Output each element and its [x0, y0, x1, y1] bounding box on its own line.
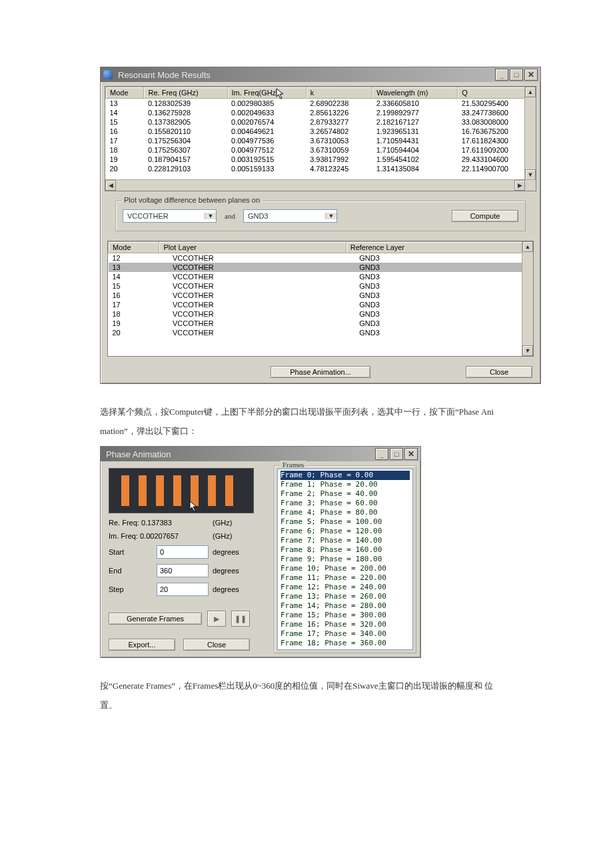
table-cell: 2.182167127: [372, 117, 458, 127]
col-header[interactable]: Im. Freq(GHz): [227, 87, 306, 99]
titlebar: Phase Animation _ □ ✕: [101, 447, 420, 461]
col-header[interactable]: Re. Freq (GHz): [144, 87, 227, 99]
frame-item[interactable]: Frame 10; Phase = 200.00: [281, 564, 410, 573]
step-label: Step: [109, 585, 157, 593]
export-button[interactable]: Export...: [109, 639, 175, 651]
frame-item[interactable]: Frame 16; Phase = 320.00: [281, 620, 410, 629]
table-row[interactable]: 19VCCOTHERGND3: [109, 319, 533, 328]
step-input[interactable]: [157, 583, 209, 596]
frame-item[interactable]: Frame 7; Phase = 140.00: [281, 536, 410, 545]
frame-item[interactable]: Frame 5; Phase = 100.00: [281, 517, 410, 527]
degrees-unit: degrees: [213, 585, 239, 593]
doc-paragraph-2a: 按“Generate Frames”，在Frames栏出现从0~360度的相位值…: [100, 678, 513, 695]
table-row[interactable]: 140.1362759280.0020496332.856132262.1998…: [106, 108, 536, 117]
doc-paragraph-2b: 置。: [100, 697, 513, 714]
plane1-select[interactable]: VCCOTHER ▼: [123, 209, 217, 223]
scroll-up-icon[interactable]: ▲: [522, 241, 533, 252]
table-row[interactable]: 20VCCOTHERGND3: [109, 328, 533, 337]
play-button[interactable]: ▶: [207, 611, 226, 627]
col-header[interactable]: Mode: [106, 87, 144, 99]
table-row[interactable]: 12VCCOTHERGND3: [109, 253, 533, 263]
table-row[interactable]: 16VCCOTHERGND3: [109, 291, 533, 300]
frame-item[interactable]: Frame 0; Phase = 0.00: [281, 471, 410, 480]
scroll-left-icon[interactable]: ◀: [105, 180, 116, 191]
frame-item[interactable]: Frame 3; Phase = 60.00: [281, 499, 410, 508]
maximize-button[interactable]: □: [390, 448, 403, 460]
table-row[interactable]: 15VCCOTHERGND3: [109, 281, 533, 291]
frame-item[interactable]: Frame 8; Phase = 160.00: [281, 545, 410, 555]
close-button[interactable]: Close: [466, 366, 532, 378]
frame-item[interactable]: Frame 13; Phase = 260.00: [281, 592, 410, 601]
frame-item[interactable]: Frame 4; Phase = 80.00: [281, 508, 410, 517]
table-row[interactable]: 17VCCOTHERGND3: [109, 300, 533, 309]
scroll-up-icon[interactable]: ▲: [525, 87, 536, 97]
close-button[interactable]: ✕: [404, 448, 418, 460]
table-cell: 0.002076574: [227, 117, 306, 127]
frame-item[interactable]: Frame 1; Phase = 20.00: [281, 480, 410, 489]
col-header[interactable]: Mode: [109, 242, 159, 253]
frame-item[interactable]: Frame 6; Phase = 120.00: [281, 527, 410, 536]
frame-item[interactable]: Frame 14; Phase = 280.00: [281, 601, 410, 611]
titlebar: Resonant Mode Results _ □ ✕: [101, 67, 540, 82]
frame-item[interactable]: Frame 11; Phase = 220.00: [281, 573, 410, 583]
frames-label: Frames: [280, 461, 306, 469]
frame-item[interactable]: Frame 15; Phase = 300.00: [281, 611, 410, 620]
layer-vscroll[interactable]: ▲ ▼: [522, 241, 533, 356]
preview-graphic: [121, 475, 241, 506]
table-cell: 18: [106, 145, 144, 155]
compute-button[interactable]: Compute: [452, 210, 518, 222]
minimize-button[interactable]: _: [495, 69, 508, 81]
layer-table[interactable]: ModePlot LayerReference Layer 12VCCOTHER…: [108, 241, 533, 337]
table-row[interactable]: 200.2281291030.0051591334.781232451.3141…: [106, 164, 536, 173]
plane2-select[interactable]: GND3 ▼: [243, 209, 337, 223]
table-row[interactable]: 170.1752563040.0049775363.673100531.7105…: [106, 136, 536, 145]
results-hscroll[interactable]: ◀ ▶: [105, 179, 536, 191]
frame-item[interactable]: Frame 18; Phase = 360.00: [281, 639, 410, 648]
frame-item[interactable]: Frame 12; Phase = 240.00: [281, 583, 410, 592]
table-cell: 17: [109, 300, 159, 309]
window-title: Resonant Mode Results: [118, 70, 494, 80]
generate-frames-button[interactable]: Generate Frames: [109, 613, 202, 625]
results-table[interactable]: ModeRe. Freq (GHz)Im. Freq(GHz)kWaveleng…: [105, 87, 536, 173]
table-cell: VCCOTHER: [159, 328, 346, 337]
frame-item[interactable]: Frame 2; Phase = 40.00: [281, 489, 410, 499]
table-cell: VCCOTHER: [159, 300, 346, 309]
scroll-down-icon[interactable]: ▼: [522, 345, 533, 356]
col-header[interactable]: Plot Layer: [159, 242, 346, 253]
frame-item[interactable]: Frame 9; Phase = 180.00: [281, 555, 410, 564]
table-row[interactable]: 160.1558201100.0046496213.265748021.9239…: [106, 127, 536, 136]
scroll-right-icon[interactable]: ▶: [514, 180, 525, 191]
table-row[interactable]: 130.1283025390.0029803852.689022382.3366…: [106, 99, 536, 109]
table-cell: 20: [109, 328, 159, 337]
table-row[interactable]: 150.1373829050.0020765742.879332772.1821…: [106, 117, 536, 127]
table-row[interactable]: 18VCCOTHERGND3: [109, 309, 533, 319]
close-button[interactable]: Close: [183, 639, 250, 651]
col-header[interactable]: Q: [458, 87, 536, 99]
end-input[interactable]: [157, 564, 209, 577]
table-cell: 15: [106, 117, 144, 127]
col-header[interactable]: k: [306, 87, 372, 99]
results-vscroll[interactable]: ▲ ▼: [524, 87, 536, 191]
table-cell: GND3: [346, 253, 532, 263]
phase-anim-controls: Re. Freq: 0.137383 (GHz) Im. Freq: 0.002…: [105, 465, 270, 653]
table-row[interactable]: 14VCCOTHERGND3: [109, 272, 533, 281]
close-button[interactable]: ✕: [524, 69, 538, 81]
table-cell: GND3: [346, 272, 532, 281]
table-cell: 0.136275928: [144, 108, 227, 117]
scroll-down-icon[interactable]: ▼: [525, 169, 536, 180]
frame-item[interactable]: Frame 17; Phase = 340.00: [281, 629, 410, 639]
fieldset-label: Plot voltage difference between planes o…: [121, 196, 263, 204]
table-row[interactable]: 13VCCOTHERGND3: [109, 263, 533, 272]
start-input[interactable]: [157, 545, 209, 559]
table-cell: 33.083008000: [458, 117, 536, 127]
table-row[interactable]: 190.1879041570.0031925153.938179921.5954…: [106, 155, 536, 164]
col-header[interactable]: Reference Layer: [346, 242, 532, 253]
maximize-button[interactable]: □: [510, 69, 523, 81]
col-header[interactable]: Wavelength (m): [372, 87, 458, 99]
app-icon: [103, 70, 113, 79]
pause-button[interactable]: ❚❚: [231, 611, 250, 627]
minimize-button[interactable]: _: [375, 448, 388, 460]
phase-animation-button[interactable]: Phase Animation...: [271, 366, 370, 378]
frames-list[interactable]: Frame 0; Phase = 0.00Frame 1; Phase = 20…: [277, 469, 413, 650]
table-row[interactable]: 180.1752563070.0049775123.673100591.7105…: [106, 145, 536, 155]
